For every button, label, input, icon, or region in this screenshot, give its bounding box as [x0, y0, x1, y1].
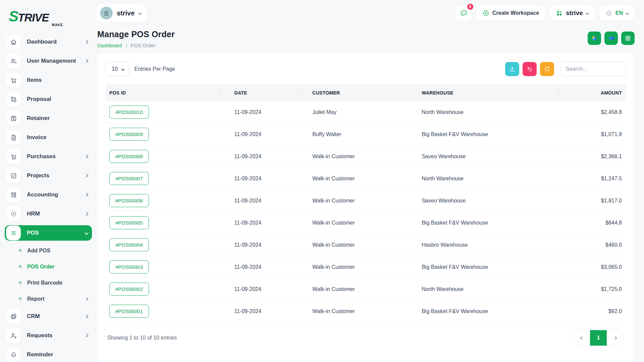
entries-per-page-select[interactable]: 10 — [105, 62, 129, 76]
messages-count-badge: 0 — [467, 3, 474, 10]
sidebar-subitem-pos-order[interactable]: POS Order — [15, 260, 92, 273]
customer-cell: Walk-in Customer — [308, 256, 418, 278]
refresh-button[interactable] — [540, 62, 554, 76]
sidebar-subitem-report[interactable]: Report — [15, 293, 92, 305]
page-head: Manage POS Order Dashboard POS Order — [97, 23, 635, 53]
sidebar-item-label: Invoice — [27, 134, 88, 141]
chevron-right-icon — [85, 334, 88, 337]
breadcrumb-dashboard-link[interactable]: Dashboard — [97, 43, 122, 48]
app-switcher-button[interactable]: strive — [550, 5, 595, 21]
sort-icon[interactable]: ↑↓ — [557, 90, 560, 95]
customer-cell: Walk-in Customer — [308, 145, 418, 168]
grid-plus-small-icon — [556, 10, 563, 17]
date-cell: 11-09-2024 — [230, 212, 308, 234]
sidebar-item-crm[interactable]: CRM — [5, 309, 92, 324]
amount-cell: $460.0 — [569, 234, 626, 256]
sidebar-item-label: Reminder — [27, 351, 88, 358]
document-icon — [6, 130, 21, 145]
pos-order-card: 10 Entries Per Page — [97, 53, 635, 362]
sort-icon[interactable]: ↑↓ — [297, 90, 300, 95]
messages-button[interactable]: 0 — [456, 5, 472, 21]
sidebar-subitem-print-barcode[interactable]: Print Barcode — [15, 277, 92, 289]
plus-circle-icon — [482, 10, 489, 17]
sort-icon[interactable]: ↑↓ — [219, 90, 221, 95]
brand-logo[interactable]: STRIVE MAKE — [0, 6, 70, 31]
warehouse-cell: Saveo Warehouse — [418, 190, 569, 212]
sidebar-item-label: Projects — [27, 172, 79, 179]
pos-id-badge[interactable]: #POS00004 — [109, 238, 149, 251]
pos-id-badge[interactable]: #POS00006 — [109, 194, 149, 207]
sidebar-item-user-management[interactable]: User Management — [5, 53, 92, 69]
sidebar-item-label: Dashboard — [27, 39, 79, 45]
language-selector[interactable]: EN — [599, 5, 635, 21]
pagination-next-button[interactable] — [607, 330, 624, 346]
sidebar-subitem-add-pos[interactable]: Add POS — [15, 244, 92, 257]
column-header-amount[interactable]: AMOUNT — [569, 84, 626, 101]
onedrive-button[interactable] — [604, 32, 618, 45]
column-header-pos-id[interactable]: POS ID↑↓ — [105, 84, 230, 101]
date-cell: 11-09-2024 — [230, 256, 308, 278]
column-label: CUSTOMER — [312, 90, 340, 96]
sidebar-item-dashboard[interactable]: Dashboard — [5, 34, 92, 50]
sidebar-item-accounting[interactable]: Accounting — [5, 187, 92, 202]
sidebar-item-hrm[interactable]: HRM — [5, 206, 92, 222]
table-header-row: POS ID↑↓ DATE↑↓ CUSTOMER↑↓ WAREHOUSE↑↓ A… — [105, 84, 626, 101]
sidebar-item-retainer[interactable]: Retainer — [5, 111, 92, 126]
column-header-warehouse[interactable]: WAREHOUSE↑↓ — [418, 84, 569, 101]
sidebar-item-requests[interactable]: Requests — [5, 328, 92, 343]
pos-id-badge[interactable]: #POS00001 — [109, 305, 149, 318]
sidebar-item-projects[interactable]: Projects — [5, 168, 92, 183]
pos-id-badge[interactable]: #POS00010 — [109, 106, 149, 119]
pos-id-badge[interactable]: #POS00003 — [109, 260, 149, 274]
sort-icon[interactable]: ↑↓ — [406, 90, 409, 95]
topbar-right: 0 Create Workspace strive EN — [456, 5, 635, 21]
sidebar-item-invoice[interactable]: Invoice — [5, 130, 92, 145]
pos-id-badge[interactable]: #POS00009 — [109, 128, 149, 141]
chevron-down-icon — [138, 11, 142, 15]
warehouse-cell: North Warehouse — [418, 278, 569, 300]
workspace-selector[interactable]: strive — [97, 4, 147, 22]
amount-cell: $2,366.1 — [569, 145, 626, 168]
bullet-ring-icon — [18, 281, 22, 285]
grid-view-button[interactable] — [621, 32, 635, 45]
create-workspace-button[interactable]: Create Workspace — [476, 5, 545, 21]
warehouse-cell: Saveo Warehouse — [418, 145, 569, 168]
sidebar-item-label: Accounting — [27, 191, 79, 198]
workspace-name: strive — [117, 9, 135, 17]
sidebar-subitem-label: Print Barcode — [27, 280, 88, 286]
sidebar-item-proposal[interactable]: Proposal — [5, 92, 92, 107]
customer-cell: Walk-in Customer — [308, 234, 418, 256]
pagination-page-1[interactable]: 1 — [590, 330, 607, 346]
date-cell: 11-09-2024 — [230, 278, 308, 300]
grid-plus-icon — [6, 187, 21, 202]
sidebar-item-reminder[interactable]: Reminder — [5, 347, 92, 362]
amount-cell: $1,247.5 — [569, 168, 626, 190]
pagination-prev-button[interactable] — [573, 330, 590, 346]
google-drive-button[interactable] — [588, 32, 601, 45]
swap-boxes-icon — [6, 92, 21, 107]
date-cell: 11-09-2024 — [230, 300, 308, 322]
pos-id-badge[interactable]: #POS00002 — [109, 283, 149, 296]
date-cell: 11-09-2024 — [230, 234, 308, 256]
sidebar-item-purchases[interactable]: Purchases — [5, 149, 92, 164]
sidebar-item-label: Purchases — [27, 153, 79, 160]
chevron-down-icon — [121, 67, 124, 71]
undo-button[interactable] — [523, 62, 537, 76]
chevron-right-icon — [85, 40, 88, 44]
sidebar-item-pos[interactable]: POS — [5, 225, 92, 241]
logo-subtext: MAKE — [52, 23, 63, 27]
pos-id-badge[interactable]: #POS00007 — [109, 172, 149, 185]
customer-cell: Walk-in Customer — [308, 300, 418, 322]
sidebar-item-items[interactable]: Items — [5, 72, 92, 88]
pos-id-badge[interactable]: #POS00008 — [109, 150, 149, 163]
export-download-button[interactable] — [505, 62, 519, 76]
entries-per-page-label: Entries Per Page — [135, 66, 175, 72]
column-header-date[interactable]: DATE↑↓ — [230, 84, 308, 101]
column-header-customer[interactable]: CUSTOMER↑↓ — [308, 84, 418, 101]
search-input[interactable] — [560, 62, 626, 76]
pos-id-badge[interactable]: #POS00005 — [109, 216, 149, 229]
amount-cell: $92.0 — [569, 300, 626, 322]
chat-bubble-icon — [460, 9, 468, 17]
home-icon — [6, 35, 21, 49]
chevron-right-icon — [85, 297, 89, 301]
